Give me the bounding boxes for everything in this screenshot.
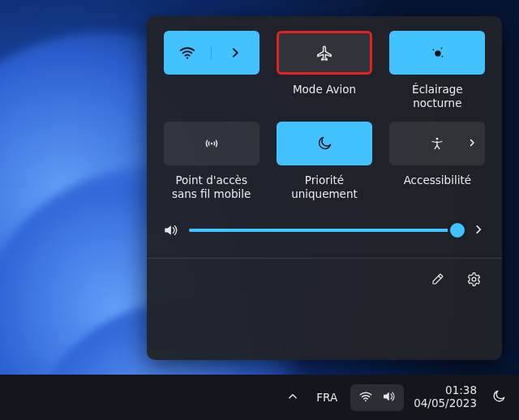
taskbar-clock[interactable]: 01:38 04/05/2023 xyxy=(410,383,480,411)
mobile-hotspot-tile[interactable] xyxy=(164,122,260,165)
chevron-right-icon xyxy=(473,223,484,238)
volume-icon xyxy=(381,389,396,406)
volume-output-expand[interactable] xyxy=(470,223,487,238)
wifi-toggle[interactable] xyxy=(164,44,212,62)
volume-slider[interactable] xyxy=(189,222,460,238)
hotspot-icon xyxy=(203,135,221,152)
chevron-right-icon xyxy=(229,46,242,59)
svg-point-4 xyxy=(442,56,444,58)
accessibility-tile[interactable] xyxy=(389,122,485,165)
accessibility-icon xyxy=(429,135,445,152)
edit-quick-settings-button[interactable] xyxy=(427,270,448,291)
panel-footer xyxy=(161,259,487,302)
svg-point-5 xyxy=(210,143,212,144)
language-indicator[interactable]: FRA xyxy=(310,386,344,409)
mobile-hotspot-label: Point d'accès sans fil mobile xyxy=(164,174,260,201)
accessibility-label: Accessibilité xyxy=(389,174,485,201)
moon-icon xyxy=(491,393,506,406)
svg-point-8 xyxy=(365,400,367,401)
moon-icon xyxy=(316,135,332,152)
quick-settings-panel: Mode Avion Éclairage nocturne xyxy=(147,16,502,360)
volume-row xyxy=(161,222,487,238)
airplane-mode-tile[interactable] xyxy=(277,31,372,75)
wifi-expand[interactable] xyxy=(211,46,260,59)
tray-overflow-button[interactable] xyxy=(282,388,303,408)
night-light-tile[interactable] xyxy=(389,31,485,75)
clock-time: 01:38 xyxy=(445,384,477,397)
wifi-icon xyxy=(358,389,373,406)
clock-date: 04/05/2023 xyxy=(414,397,477,410)
network-volume-tray[interactable] xyxy=(350,384,404,411)
svg-point-1 xyxy=(435,50,441,56)
wifi-icon xyxy=(178,44,196,62)
chevron-up-icon xyxy=(287,392,298,405)
svg-point-0 xyxy=(187,57,188,58)
wifi-tile[interactable] xyxy=(164,31,260,75)
chevron-right-icon xyxy=(467,137,477,150)
svg-point-7 xyxy=(472,277,476,281)
open-settings-button[interactable] xyxy=(463,270,484,291)
night-light-label: Éclairage nocturne xyxy=(389,83,485,110)
wifi-label xyxy=(164,83,260,110)
notification-center-button[interactable] xyxy=(487,386,511,409)
svg-point-2 xyxy=(433,49,435,50)
airplane-icon xyxy=(315,44,333,62)
quick-tiles-grid: Mode Avion Éclairage nocturne xyxy=(161,31,487,201)
language-label: FRA xyxy=(316,391,337,404)
gear-icon xyxy=(466,272,482,290)
night-light-icon xyxy=(428,44,446,62)
focus-assist-label: Priorité uniquement xyxy=(277,174,372,201)
svg-point-3 xyxy=(441,48,443,49)
focus-assist-tile[interactable] xyxy=(277,122,372,165)
volume-icon[interactable] xyxy=(161,222,179,238)
taskbar: FRA 01:38 04/05/2023 xyxy=(0,375,519,420)
pencil-icon xyxy=(431,272,445,289)
airplane-mode-label: Mode Avion xyxy=(277,83,372,110)
svg-point-6 xyxy=(436,138,439,140)
